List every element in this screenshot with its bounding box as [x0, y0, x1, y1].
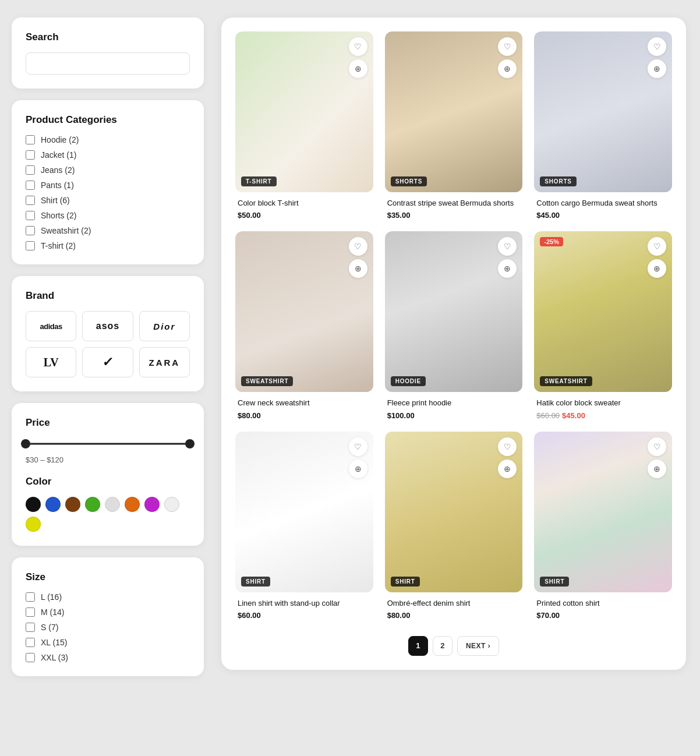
wishlist-btn-9[interactable]: ♡ — [648, 437, 666, 456]
category-checkbox-2[interactable] — [26, 165, 35, 175]
category-checkbox-5[interactable] — [26, 211, 35, 220]
size-item-3[interactable]: XL (15) — [26, 638, 190, 647]
category-item-4[interactable]: Shirt (6) — [26, 196, 190, 205]
category-item-7[interactable]: T-shirt (2) — [26, 241, 190, 250]
brand-lv[interactable]: LV — [26, 347, 76, 377]
zoom-btn-9[interactable]: ⊕ — [648, 460, 666, 478]
wishlist-btn-8[interactable]: ♡ — [498, 437, 517, 456]
wishlist-btn-5[interactable]: ♡ — [498, 237, 517, 256]
category-item-6[interactable]: Sweatshirt (2) — [26, 226, 190, 235]
category-label-7: T-shirt (2) — [41, 241, 76, 250]
zoom-btn-5[interactable]: ⊕ — [498, 259, 517, 278]
size-checkbox-2[interactable] — [26, 623, 35, 632]
color-swatch-7[interactable] — [164, 497, 179, 512]
zoom-btn-4[interactable]: ⊕ — [349, 259, 367, 278]
size-list: L (16)M (14)S (7)XL (15)XXL (3) — [26, 592, 190, 662]
category-item-2[interactable]: Jeans (2) — [26, 165, 190, 175]
size-item-2[interactable]: S (7) — [26, 623, 190, 632]
range-handle-left[interactable] — [21, 439, 30, 448]
product-actions-1: ♡ ⊕ — [349, 37, 367, 78]
color-swatch-2[interactable] — [65, 497, 80, 512]
brand-nike[interactable]: ✓ — [82, 347, 133, 377]
product-card-6[interactable]: -25% ♡ ⊕ SWEATSHIRT Hatik color block sw… — [534, 231, 672, 419]
category-item-1[interactable]: Jacket (1) — [26, 150, 190, 160]
color-swatch-1[interactable] — [45, 497, 61, 512]
zoom-btn-8[interactable]: ⊕ — [498, 460, 517, 478]
product-name-4: Crew neck sweatshirt — [238, 398, 371, 408]
color-swatch-8[interactable] — [26, 517, 41, 532]
wishlist-btn-3[interactable]: ♡ — [648, 37, 666, 56]
category-checkbox-7[interactable] — [26, 241, 35, 250]
category-checkbox-1[interactable] — [26, 150, 35, 160]
price-slider[interactable] — [26, 438, 190, 450]
products-grid: ♡ ⊕ T-SHIRT Color block T-shirt $50.00 ♡… — [235, 31, 672, 620]
pagination-next-btn[interactable]: NEXT › — [457, 636, 499, 656]
zoom-btn-6[interactable]: ⊕ — [648, 259, 666, 278]
product-price-2: $35.00 — [387, 211, 411, 220]
wishlist-btn-4[interactable]: ♡ — [349, 237, 367, 256]
size-item-0[interactable]: L (16) — [26, 592, 190, 602]
price-range-label: $30 – $120 — [26, 455, 190, 464]
wishlist-btn-6[interactable]: ♡ — [648, 237, 666, 256]
product-image-4: ♡ ⊕ SWEATSHIRT — [235, 231, 373, 392]
size-checkbox-0[interactable] — [26, 592, 35, 602]
brand-adidas[interactable]: adidas — [26, 311, 76, 341]
product-price-8: $80.00 — [387, 611, 411, 620]
search-input[interactable] — [26, 52, 190, 75]
category-item-5[interactable]: Shorts (2) — [26, 211, 190, 220]
product-badge-8: SHIRT — [391, 577, 420, 587]
size-checkbox-3[interactable] — [26, 638, 35, 647]
product-badge-7: SHIRT — [241, 577, 270, 587]
product-card-8[interactable]: ♡ ⊕ SHIRT Ombré-effect denim shirt $80.0… — [385, 432, 523, 620]
product-price-wrapper-9: $70.00 — [536, 611, 670, 620]
product-card-2[interactable]: ♡ ⊕ SHORTS Contrast stripe sweat Bermuda… — [385, 31, 523, 220]
product-image-7: ♡ ⊕ SHIRT — [235, 432, 373, 592]
zoom-btn-1[interactable]: ⊕ — [349, 59, 367, 78]
category-checkbox-0[interactable] — [26, 135, 35, 144]
size-checkbox-4[interactable] — [26, 653, 35, 662]
product-image-9: ♡ ⊕ SHIRT — [534, 432, 672, 592]
product-image-5: ♡ ⊕ HOODIE — [385, 231, 523, 392]
product-badge-2: SHORTS — [391, 176, 427, 186]
product-name-9: Printed cotton shirt — [536, 598, 670, 609]
size-item-4[interactable]: XXL (3) — [26, 653, 190, 662]
color-swatch-3[interactable] — [85, 497, 100, 512]
main-content: ♡ ⊕ T-SHIRT Color block T-shirt $50.00 ♡… — [215, 0, 700, 756]
size-checkbox-1[interactable] — [26, 607, 35, 617]
size-item-1[interactable]: M (14) — [26, 607, 190, 617]
wishlist-btn-7[interactable]: ♡ — [349, 437, 367, 456]
brand-zara[interactable]: ZARA — [139, 347, 190, 377]
product-card-1[interactable]: ♡ ⊕ T-SHIRT Color block T-shirt $50.00 — [235, 31, 373, 220]
category-label-1: Jacket (1) — [41, 150, 76, 160]
product-card-5[interactable]: ♡ ⊕ HOODIE Fleece print hoodie $100.00 — [385, 231, 523, 419]
category-item-3[interactable]: Pants (1) — [26, 181, 190, 190]
product-card-9[interactable]: ♡ ⊕ SHIRT Printed cotton shirt $70.00 — [534, 432, 672, 620]
category-item-0[interactable]: Hoodie (2) — [26, 135, 190, 144]
zoom-btn-2[interactable]: ⊕ — [498, 59, 517, 78]
color-swatch-4[interactable] — [105, 497, 120, 512]
product-actions-9: ♡ ⊕ — [648, 437, 666, 478]
brand-asos[interactable]: asos — [82, 311, 133, 341]
color-swatch-5[interactable] — [125, 497, 140, 512]
size-card: Size L (16)M (14)S (7)XL (15)XXL (3) — [12, 557, 204, 676]
product-card-7[interactable]: ♡ ⊕ SHIRT Linen shirt with stand-up coll… — [235, 432, 373, 620]
category-label-3: Pants (1) — [41, 181, 74, 190]
color-swatch-6[interactable] — [144, 497, 160, 512]
wishlist-btn-2[interactable]: ♡ — [498, 37, 517, 56]
wishlist-btn-1[interactable]: ♡ — [349, 37, 367, 56]
color-swatch-0[interactable] — [26, 497, 41, 512]
brand-dior[interactable]: Dior — [139, 311, 190, 341]
category-checkbox-6[interactable] — [26, 226, 35, 235]
product-card-4[interactable]: ♡ ⊕ SWEATSHIRT Crew neck sweatshirt $80.… — [235, 231, 373, 419]
product-card-3[interactable]: ♡ ⊕ SHORTS Cotton cargo Bermuda sweat sh… — [534, 31, 672, 220]
range-handle-right[interactable] — [185, 439, 195, 448]
page-btn-2[interactable]: 2 — [433, 636, 452, 656]
product-actions-4: ♡ ⊕ — [349, 237, 367, 278]
zoom-btn-7[interactable]: ⊕ — [349, 460, 367, 478]
category-checkbox-4[interactable] — [26, 196, 35, 205]
range-track — [26, 443, 190, 445]
zoom-btn-3[interactable]: ⊕ — [648, 59, 666, 78]
category-checkbox-3[interactable] — [26, 181, 35, 190]
search-card: Search — [12, 17, 204, 89]
page-btn-1[interactable]: 1 — [408, 636, 428, 656]
